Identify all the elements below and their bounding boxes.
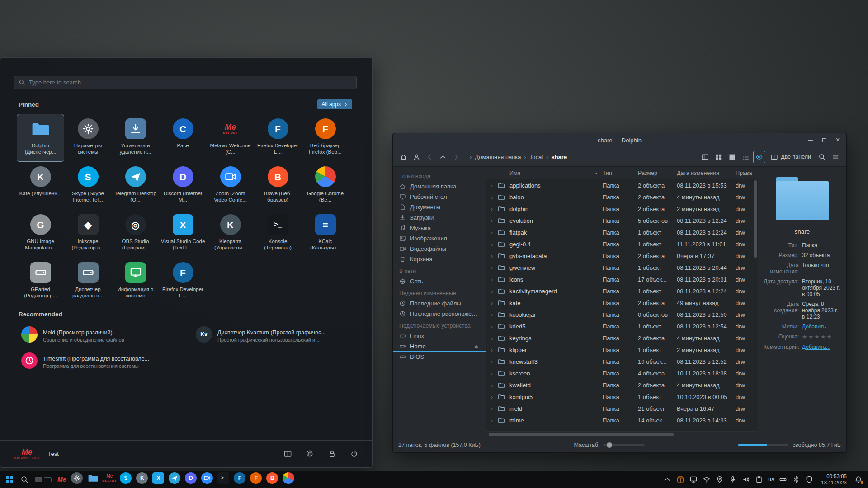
breadcrumb-item[interactable]: share <box>552 154 567 160</box>
forward-button[interactable] <box>450 151 462 163</box>
pinned-app[interactable]: KKleopatra (Управлени... <box>207 210 254 258</box>
panel-toggle-button[interactable] <box>699 151 711 163</box>
lock-icon[interactable] <box>328 450 336 458</box>
file-row[interactable]: ›kateПапка2 объекта49 минут назадdrw <box>486 297 758 309</box>
expand-chevron-icon[interactable]: › <box>486 253 498 259</box>
place-item[interactable]: Сеть <box>393 276 486 286</box>
file-row[interactable]: ›dolphinПапка2 объекта2 минуты назадdrw <box>486 203 758 215</box>
file-row[interactable]: ›kwalletdПапка2 объекта4 минуты назадdrw <box>486 379 758 391</box>
place-item[interactable]: Корзина <box>393 254 486 264</box>
expand-chevron-icon[interactable]: › <box>486 217 498 224</box>
user-name[interactable]: Test <box>48 450 59 457</box>
place-item[interactable]: Документы <box>393 202 486 212</box>
virtual-desktop-pager[interactable] <box>35 477 52 482</box>
minimize-button[interactable] <box>807 137 814 143</box>
taskbar-app-brave[interactable]: B <box>266 473 278 486</box>
taskbar-app-dolphin[interactable] <box>87 473 99 486</box>
file-row[interactable]: ›gvfs-metadataПапка2 объектаВчера в 17:3… <box>486 250 758 262</box>
file-row[interactable]: ›meldПапка21 объектВчера в 16:47drw <box>486 403 758 414</box>
pinned-app[interactable]: Параметры системы <box>64 114 112 162</box>
pinned-app[interactable]: BBrave (Веб-браузер) <box>254 162 302 210</box>
expand-chevron-icon[interactable]: › <box>486 241 498 248</box>
app-launcher-button[interactable] <box>4 474 15 485</box>
expand-chevron-icon[interactable]: › <box>486 405 498 412</box>
file-row[interactable]: ›kactivitymanagerdПапка1 объект08.11.202… <box>486 285 758 297</box>
taskbar-app-discord[interactable]: D <box>184 473 197 486</box>
file-row[interactable]: ›gwenviewПапка1 объект08.11.2023 в 20:44… <box>486 262 758 273</box>
column-header-date[interactable]: Дата изменения <box>677 170 736 176</box>
expand-chevron-icon[interactable]: › <box>486 370 498 377</box>
taskbar-app-skype[interactable]: S <box>119 473 132 486</box>
place-item[interactable]: BIOS <box>393 352 486 362</box>
power-icon[interactable] <box>350 450 359 458</box>
file-row[interactable]: ›mimeПапка14 объек...08.11.2023 в 14:33d… <box>486 414 758 426</box>
notifications-button[interactable] <box>853 474 864 485</box>
place-item[interactable]: Музыка <box>393 223 486 233</box>
pinned-app[interactable]: Информация о системе <box>112 258 159 305</box>
pinned-app[interactable]: CPace <box>159 114 207 162</box>
pinned-app[interactable]: XVisual Studio Code (Text E... <box>159 210 207 258</box>
file-row[interactable]: ›applicationsПапка2 объекта08.11.2023 в … <box>486 179 758 191</box>
maximize-button[interactable] <box>821 137 827 143</box>
expand-chevron-icon[interactable]: › <box>486 382 498 389</box>
search-bar[interactable] <box>14 76 357 89</box>
place-item[interactable]: Последние расположения <box>393 309 486 319</box>
column-header-size[interactable]: Размер <box>638 170 677 176</box>
find-button[interactable] <box>816 151 828 163</box>
menu-button[interactable] <box>830 151 842 163</box>
place-item[interactable]: Изображения <box>393 233 486 244</box>
software-updates-tray-icon[interactable] <box>676 475 684 483</box>
expand-chevron-icon[interactable]: › <box>486 311 498 318</box>
clock[interactable]: 00:53:05 13.11.2023 <box>821 473 847 486</box>
keyboard-layout-indicator[interactable]: us <box>768 476 774 483</box>
file-row[interactable]: ›gegl-0.4Папка1 объект11.11.2023 в 11:01… <box>486 238 758 250</box>
expand-chevron-icon[interactable]: › <box>486 335 498 342</box>
microphone-tray-icon[interactable] <box>729 475 737 483</box>
file-row[interactable]: ›balooПапка2 объекта4 минуты назадdrw <box>486 191 758 203</box>
pinned-app[interactable]: Zoom (Zoom Video Confe... <box>207 162 254 210</box>
column-header-type[interactable]: Тип <box>603 170 638 176</box>
vertical-scrollbar[interactable] <box>754 180 757 430</box>
recommended-app[interactable]: Timeshift (Программа для восстановле...П… <box>17 349 184 375</box>
window-titlebar[interactable]: share — Dolphin × <box>393 133 846 147</box>
taskbar-app-zoom[interactable] <box>201 473 213 486</box>
file-row[interactable]: ›iconsПапка17 объек...08.11.2023 в 20:31… <box>486 273 758 285</box>
pinned-app[interactable]: KKate (Улучшенн... <box>17 162 64 210</box>
recommended-app[interactable]: Meld (Просмотр различий)Сравнение и объе… <box>17 323 184 349</box>
melawy-menu-button[interactable]: Me <box>57 476 66 483</box>
breadcrumb-item[interactable]: Домашняя папка <box>475 154 521 160</box>
file-row[interactable]: ›klipperПапка1 объект2 минуты назадdrw <box>486 344 758 356</box>
gear-icon[interactable] <box>306 450 314 458</box>
places-button[interactable] <box>410 151 423 163</box>
place-item[interactable]: Загрузки <box>393 212 486 223</box>
expand-chevron-icon[interactable]: › <box>486 229 498 236</box>
all-apps-button[interactable]: All apps <box>317 99 352 109</box>
place-item[interactable]: Последние файлы <box>393 298 486 309</box>
windows-icon[interactable] <box>283 450 292 458</box>
file-row[interactable]: ›kcookiejarПапка0 объектов08.11.2023 в 1… <box>486 309 758 320</box>
pinned-app[interactable]: Dolphin (Диспетчер... <box>17 114 64 162</box>
taskbar-app-firefox[interactable]: F <box>250 473 262 486</box>
zoom-slider[interactable] <box>603 444 645 446</box>
file-row[interactable]: ›keyringsПапка2 объекта4 минуты назадdrw <box>486 332 758 344</box>
taskbar-app-chrome[interactable] <box>282 473 295 486</box>
zoom-slider-knob[interactable] <box>607 442 612 448</box>
file-row[interactable]: ›kded5Папка1 объект08.11.2023 в 12:54drw <box>486 320 758 332</box>
pinned-app[interactable]: DDiscord (Internet M... <box>159 162 207 210</box>
pinned-app[interactable]: Установка и удаление п... <box>112 114 159 162</box>
horizontal-scrollbar[interactable] <box>486 431 758 437</box>
taskbar-app-firefox-developer[interactable]: F <box>233 473 246 486</box>
removable-devices-tray-icon[interactable] <box>779 475 787 483</box>
preview-toggle-button[interactable] <box>753 151 765 163</box>
expand-chevron-icon[interactable]: › <box>486 347 498 353</box>
pinned-app[interactable]: GParted (Редактор р... <box>17 258 64 305</box>
search-input[interactable] <box>29 79 352 86</box>
pinned-app[interactable]: MeMELAWYMelawy Welcome (С... <box>207 114 254 162</box>
expand-chevron-icon[interactable]: › <box>486 288 498 295</box>
expand-chevron-icon[interactable]: › <box>486 417 498 424</box>
pinned-app[interactable]: FFirefox Developer E... <box>254 114 302 162</box>
taskbar-app-konsole[interactable]: >_ <box>217 473 230 486</box>
pinned-app[interactable]: SSkype (Skype Internet Tel... <box>64 162 112 210</box>
pinned-app[interactable]: ◆Inkscape (Редактор в... <box>64 210 112 258</box>
icons-view-button[interactable] <box>712 151 725 163</box>
